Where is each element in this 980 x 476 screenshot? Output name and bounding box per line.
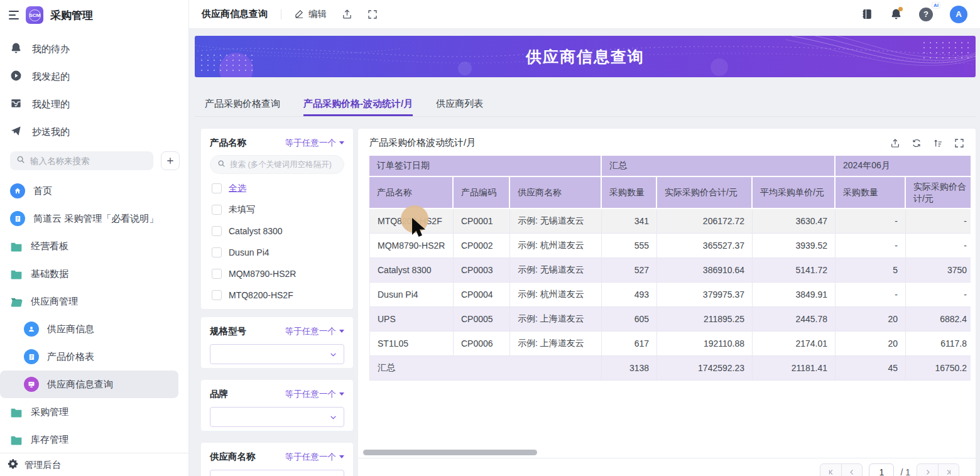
edit-button[interactable]: 编辑 — [295, 8, 327, 20]
cell: 16750.2 — [906, 356, 971, 381]
filter-operator-dropdown[interactable]: 等于任意一个 — [285, 389, 344, 400]
table-row[interactable]: ST1L05 CP0006 示例: 上海道友云 617 192110.88 21… — [369, 332, 971, 356]
filter-option[interactable]: MQM8790-HS2R — [201, 263, 353, 284]
doc-icon — [10, 211, 25, 226]
horizontal-scrollbar[interactable] — [363, 450, 537, 455]
tab-price-query[interactable]: 产品采购价格查询 — [205, 91, 280, 116]
cell: 617 — [602, 332, 657, 356]
first-page-button[interactable] — [820, 464, 841, 476]
cell: 21181.41 — [753, 356, 836, 381]
sidebar-item-base-data[interactable]: 基础数据 — [0, 260, 188, 288]
filter-operator-label: 等于任意一个 — [285, 326, 336, 337]
table-row[interactable]: Catalyst 8300 CP0003 示例: 无锡道友云 527 38691… — [369, 258, 971, 283]
column-header: 实际采购价合计/元 — [906, 177, 971, 209]
sort-icon[interactable] — [933, 138, 943, 148]
notifications-bell-icon[interactable] — [890, 8, 902, 20]
sidebar-search-box[interactable] — [10, 151, 153, 170]
filter-option-select-all[interactable]: 全选 — [201, 178, 353, 199]
sidebar-item-price-table[interactable]: 产品价格表 — [0, 343, 188, 371]
tab-supplier-list[interactable]: 供应商列表 — [436, 91, 483, 116]
sidebar-item-inventory-mgmt[interactable]: 库存管理 — [0, 426, 188, 453]
checkbox[interactable] — [212, 183, 222, 193]
next-page-button[interactable] — [917, 464, 938, 476]
folder-icon — [10, 269, 23, 279]
option-label: 未填写 — [229, 204, 255, 215]
cell: 20 — [836, 332, 906, 356]
sidebar-item-supplier-query[interactable]: 供应商信息查询 — [0, 371, 178, 398]
admin-console-link[interactable]: 管理后台 — [0, 453, 188, 476]
column-header: 实际采购价合计/元 — [657, 177, 753, 209]
refresh-icon[interactable] — [912, 138, 922, 148]
sidebar-item-supplier-info[interactable]: 供应商信息 — [0, 315, 188, 343]
last-page-button[interactable] — [938, 464, 959, 476]
fullscreen-icon[interactable] — [368, 9, 378, 19]
filter-search-input[interactable] — [230, 160, 337, 169]
cell: 45 — [836, 356, 906, 381]
divider — [358, 458, 976, 458]
filter-spec-model: 规格型号 等于任意一个 — [201, 317, 353, 368]
cell: 示例: 杭州道友云 — [510, 283, 602, 307]
checkbox[interactable] — [212, 247, 222, 257]
filter-operator-dropdown[interactable]: 等于任意一个 — [285, 452, 344, 463]
checkbox[interactable] — [212, 226, 222, 236]
sidebar-item-dashboard[interactable]: 经营看板 — [0, 232, 188, 260]
page-number-input[interactable] — [869, 463, 894, 476]
sidebar-search-row — [0, 147, 188, 175]
collapse-sidebar-icon[interactable] — [9, 11, 19, 19]
filter-option[interactable]: Dusun Pi4 — [201, 242, 353, 263]
bell-icon — [10, 42, 22, 56]
table-row[interactable]: MTQ8200-HS2F CP0001 示例: 无锡道友云 341 206172… — [369, 209, 971, 234]
checkbox[interactable] — [212, 290, 222, 300]
table-row[interactable]: UPS CP0005 示例: 上海道友云 605 211895.25 2445.… — [369, 307, 971, 332]
avatar[interactable]: A — [950, 6, 967, 23]
checkbox[interactable] — [212, 205, 222, 215]
share-icon[interactable] — [342, 9, 352, 19]
table-row[interactable]: Dusun Pi4 CP0004 示例: 杭州道友云 493 379975.37… — [369, 283, 971, 307]
sidebar-item-supplier-mgmt[interactable]: 供应商管理 — [0, 288, 188, 315]
cell: 2174.01 — [753, 332, 836, 356]
group-header: 订单签订日期 — [369, 156, 602, 177]
filter-operator-dropdown[interactable]: 等于任意一个 — [285, 326, 344, 337]
sidebar-item-home[interactable]: 首页 — [0, 177, 188, 205]
sidebar-item-purchase-mgmt[interactable]: 采购管理 — [0, 398, 188, 426]
export-icon[interactable] — [890, 138, 900, 148]
sidebar-item-label: 我的待办 — [32, 43, 70, 55]
cell: 3630.47 — [753, 209, 836, 234]
sidebar-nav: 我的待办 我发起的 我处理的 抄送我的 — [0, 35, 188, 146]
group-header-row: 订单签订日期 汇总 2024年06月 — [369, 156, 971, 177]
summary-row: 汇总 3138 1742592.23 21181.41 45 16750.2 — [369, 356, 971, 381]
sidebar-item-guide[interactable]: 简道云 采购管理「必看说明」 — [0, 205, 188, 232]
add-app-button[interactable] — [161, 151, 180, 170]
table-row[interactable]: MQM8790-HS2R CP0002 示例: 杭州道友云 555 365527… — [369, 234, 971, 258]
cell: MQM8790-HS2R — [369, 234, 454, 258]
filter-select[interactable] — [210, 470, 344, 476]
filter-operator-dropdown[interactable]: 等于任意一个 — [285, 138, 344, 149]
dot-grid — [199, 53, 254, 74]
cell: - — [906, 234, 971, 258]
prev-page-button[interactable] — [841, 464, 862, 476]
sidebar-item-cc-to-me[interactable]: 抄送我的 — [0, 118, 188, 146]
filter-option[interactable]: MTQ8200-HS2F — [201, 284, 353, 306]
sidebar-item-my-processed[interactable]: 我处理的 — [0, 90, 188, 118]
expand-icon[interactable] — [954, 138, 964, 148]
help-icon[interactable]: ? AI — [919, 8, 933, 21]
cell: 3939.52 — [753, 234, 836, 258]
inbox-check-icon — [10, 97, 22, 111]
filter-option[interactable]: Catalyst 8300 — [201, 220, 353, 242]
sidebar-search-input[interactable] — [30, 156, 147, 166]
sidebar-item-my-todo[interactable]: 我的待办 — [0, 35, 188, 63]
chevron-down-icon — [329, 413, 337, 421]
option-label: MTQ8200-HS2F — [229, 290, 293, 300]
filter-select[interactable] — [210, 407, 344, 427]
chevron-down-icon — [339, 141, 344, 144]
cell: CP0003 — [454, 258, 510, 283]
cell: 6117.8 — [906, 332, 971, 356]
sidebar-item-my-initiated[interactable]: 我发起的 — [0, 63, 188, 90]
filter-option-empty[interactable]: 未填写 — [201, 199, 353, 220]
filter-select[interactable] — [210, 344, 344, 364]
filter-search-box[interactable] — [210, 155, 344, 174]
notebook-icon[interactable] — [861, 8, 873, 20]
tab-price-fluctuation[interactable]: 产品采购价格-波动统计/月 — [303, 91, 413, 116]
pivot-table: 订单签订日期 汇总 2024年06月 产品名称 产品编码 供应商名称 采购数量 … — [369, 156, 971, 381]
checkbox[interactable] — [212, 269, 222, 279]
